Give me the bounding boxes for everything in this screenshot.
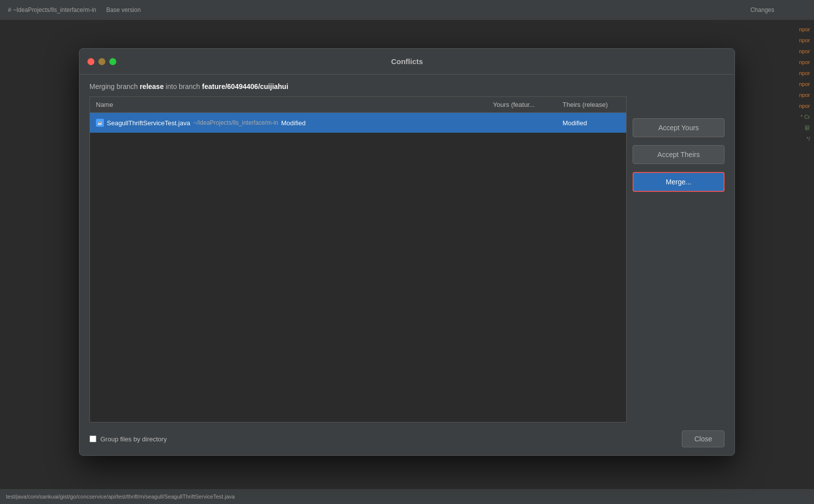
subtitle-prefix: Merging branch: [89, 83, 140, 90]
conflicts-dialog: Conflicts Merging branch release into br…: [79, 48, 735, 456]
file-path: ~/IdeaProjects/lls_interface/m-in: [193, 119, 278, 126]
table-section: Name Yours (featur... Theirs (release) ☕…: [89, 96, 627, 422]
col-header-yours: Yours (featur...: [487, 97, 557, 112]
dialog-overlay: Conflicts Merging branch release into br…: [0, 0, 814, 504]
branch-theirs-name: feature/60494406/cuijiahui: [202, 83, 289, 90]
group-files-checkbox[interactable]: [89, 435, 96, 442]
close-dialog-button[interactable]: Close: [682, 430, 725, 447]
col-header-theirs: Theirs (release): [557, 97, 626, 112]
dialog-footer: Group files by directory Close: [80, 422, 734, 455]
close-window-button[interactable]: [87, 58, 94, 65]
table-header: Name Yours (featur... Theirs (release): [90, 97, 626, 113]
window-controls: [87, 58, 116, 65]
action-buttons-section: Accept Yours Accept Theirs Merge...: [633, 96, 725, 422]
file-name: SeagullThriftServiceTest.java: [107, 119, 190, 127]
minimize-window-button[interactable]: [98, 58, 105, 65]
row-name-cell: ☕ SeagullThriftServiceTest.java ~/IdeaPr…: [90, 116, 487, 130]
subtitle-middle: into branch: [165, 83, 202, 90]
table-body: ☕ SeagullThriftServiceTest.java ~/IdeaPr…: [90, 113, 626, 422]
row-theirs-cell: Modified: [557, 116, 626, 130]
group-files-label: Group files by directory: [100, 435, 167, 443]
col-header-name: Name: [90, 97, 487, 112]
branch-yours-name: release: [140, 83, 163, 90]
merge-button[interactable]: Merge...: [633, 172, 725, 192]
conflicts-table: Name Yours (featur... Theirs (release) ☕…: [89, 96, 627, 422]
title-bar: Conflicts: [80, 49, 734, 75]
group-files-option: Group files by directory: [89, 435, 167, 443]
yours-status-inline: Modified: [281, 119, 306, 127]
table-row[interactable]: ☕ SeagullThriftServiceTest.java ~/IdeaPr…: [90, 113, 626, 133]
maximize-window-button[interactable]: [109, 58, 116, 65]
row-yours-cell: [487, 120, 557, 126]
dialog-subtitle: Merging branch release into branch featu…: [80, 75, 734, 96]
accept-theirs-button[interactable]: Accept Theirs: [633, 145, 725, 164]
dialog-body: Name Yours (featur... Theirs (release) ☕…: [80, 96, 734, 422]
dialog-title: Conflicts: [391, 57, 423, 66]
accept-yours-button[interactable]: Accept Yours: [633, 118, 725, 137]
java-file-icon: ☕: [96, 119, 104, 127]
theirs-status: Modified: [563, 119, 587, 127]
